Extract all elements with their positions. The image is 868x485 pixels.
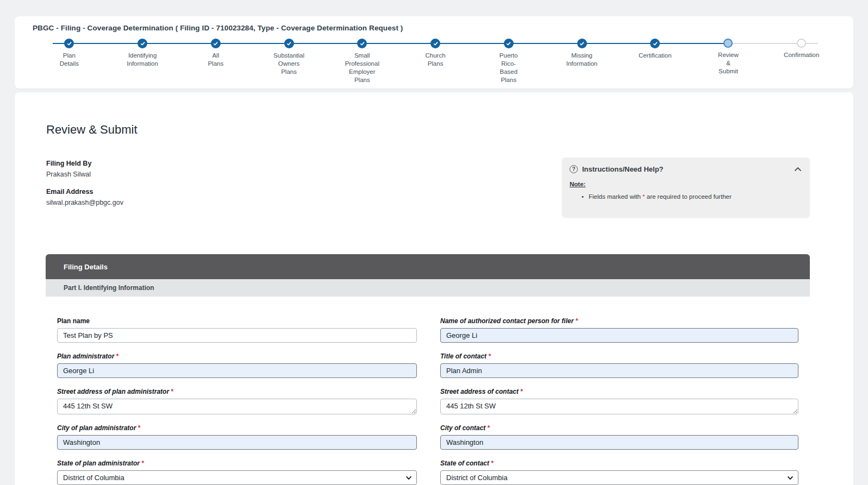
check-icon: [138, 39, 147, 48]
required-asterisk: *: [491, 459, 494, 467]
check-icon: [577, 39, 587, 48]
required-asterisk: *: [141, 459, 144, 467]
state-of-contact-field: State of contact*District of Columbia: [440, 459, 798, 485]
step-connector: [692, 43, 728, 44]
note-label: Note:: [570, 181, 810, 187]
step-connector: [472, 43, 508, 44]
step-label: Missing Information: [566, 52, 598, 84]
required-asterisk: *: [116, 352, 118, 360]
state-of-plan-administrator-select-wrap: District of Columbia: [57, 470, 417, 485]
step-label: Identifying Information: [127, 52, 158, 84]
plan-name-label: Plan name: [57, 317, 417, 325]
step-connector: [69, 43, 105, 44]
step-connector: [655, 43, 691, 44]
step-certification[interactable]: Certification: [619, 39, 692, 84]
step-label: All Plans: [208, 52, 223, 84]
plan-name-field: Plan name: [57, 317, 417, 343]
step-connector: [216, 43, 252, 44]
state-of-contact-label: State of contact*: [440, 459, 798, 467]
step-connector: [252, 43, 289, 44]
state-of-contact-select[interactable]: District of Columbia: [440, 470, 798, 485]
filing-details-title: Filing Details: [64, 263, 108, 271]
review-submit-panel: Review & Submit Filing Held By Prakash S…: [15, 92, 853, 485]
required-asterisk: *: [520, 388, 523, 395]
name-of-authorized-contact-person-for-filer-label: Name of authorized contact person for fi…: [440, 317, 798, 325]
step-label: Certification: [639, 52, 672, 84]
form-column-right: Name of authorized contact person for fi…: [440, 297, 798, 485]
stepper: Plan DetailsIdentifying InformationAll P…: [33, 39, 838, 84]
step-label: Plan Details: [60, 52, 79, 84]
street-address-of-plan-administrator-field: Street address of plan administrator*: [57, 388, 417, 414]
step-church-plans[interactable]: Church Plans: [399, 39, 472, 84]
state-of-plan-administrator-field: State of plan administrator*District of …: [57, 459, 417, 485]
filing-title: PBGC - Filing - Coverage Determination (…: [33, 24, 838, 32]
step-connector: [728, 43, 765, 44]
check-icon: [357, 39, 367, 48]
plan-administrator-label: Plan administrator*: [57, 352, 417, 360]
step-puerto-rico-based-plans[interactable]: Puerto Rico- Based Plans: [472, 39, 545, 84]
required-asterisk: *: [171, 388, 173, 395]
plan-administrator-input[interactable]: [57, 363, 417, 378]
step-connector: [765, 43, 801, 44]
title-of-contact-field: Title of contact*: [440, 352, 798, 378]
step-substantial-owners-plans[interactable]: Substantial Owners Plans: [252, 39, 326, 84]
step-label: Church Plans: [426, 52, 446, 84]
step-connector: [399, 43, 435, 44]
chevron-up-icon[interactable]: [794, 166, 802, 172]
step-connector: [509, 43, 545, 44]
check-icon: [64, 39, 74, 48]
title-of-contact-input[interactable]: [440, 363, 798, 378]
city-of-contact-input[interactable]: [440, 435, 798, 450]
filing-details-header: Filing Details: [46, 254, 810, 279]
plan-name-input[interactable]: [57, 328, 417, 343]
step-connector: [179, 43, 215, 44]
street-address-of-plan-administrator-textarea[interactable]: [57, 399, 417, 414]
step-circle-icon: [797, 39, 806, 48]
state-of-plan-administrator-label: State of plan administrator*: [57, 459, 417, 467]
step-connector: [326, 43, 362, 44]
form-column-left: Plan namePlan administrator*Street addre…: [57, 297, 417, 485]
instructions-title: Instructions/Need Help?: [582, 165, 664, 173]
step-identifying-information[interactable]: Identifying Information: [106, 39, 179, 84]
step-confirmation[interactable]: Confirmation: [765, 39, 838, 84]
name-of-authorized-contact-person-for-filer-input[interactable]: [440, 328, 798, 343]
step-all-plans[interactable]: All Plans: [179, 39, 252, 84]
check-icon: [650, 39, 660, 48]
city-of-plan-administrator-field: City of plan administrator*: [57, 424, 417, 450]
part1-title: Part I. Identifying Information: [64, 284, 154, 292]
step-connector: [619, 43, 655, 44]
note-bullet: Fields marked with * are required to pro…: [582, 193, 810, 200]
check-icon: [211, 39, 221, 48]
step-label: Review & Submit: [718, 51, 739, 84]
street-address-of-contact-label: Street address of contact*: [440, 388, 798, 395]
stepper-card: PBGC - Filing - Coverage Determination (…: [15, 16, 853, 89]
step-label: Small Professional Employer Plans: [345, 52, 379, 84]
state-of-plan-administrator-select[interactable]: District of Columbia: [57, 470, 417, 485]
check-icon: [504, 39, 514, 48]
step-connector: [362, 43, 398, 44]
step-small-professional-employer-plans[interactable]: Small Professional Employer Plans: [326, 39, 399, 84]
required-asterisk: *: [575, 317, 578, 325]
instructions-header[interactable]: ? Instructions/Need Help?: [562, 158, 810, 173]
city-of-contact-field: City of contact*: [440, 424, 798, 450]
street-address-of-plan-administrator-label: Street address of plan administrator*: [57, 388, 417, 395]
required-asterisk: *: [487, 424, 490, 432]
step-connector: [289, 43, 326, 44]
page-title: Review & Submit: [46, 123, 853, 137]
required-asterisk: *: [138, 424, 140, 432]
street-address-of-contact-field: Street address of contact*: [440, 388, 798, 414]
street-address-of-contact-textarea[interactable]: [440, 399, 798, 414]
step-connector: [142, 43, 179, 44]
step-connector: [435, 43, 472, 44]
city-of-plan-administrator-input[interactable]: [57, 435, 417, 450]
city-of-plan-administrator-label: City of plan administrator*: [57, 424, 417, 432]
instructions-panel: ? Instructions/Need Help? Note: Fields m…: [562, 158, 810, 217]
check-icon: [430, 39, 440, 48]
step-plan-details[interactable]: Plan Details: [33, 39, 106, 84]
step-connector: [106, 43, 142, 44]
step-connector: [545, 43, 582, 44]
step-review-submit[interactable]: Review & Submit: [692, 39, 765, 84]
name-of-authorized-contact-person-for-filer-field: Name of authorized contact person for fi…: [440, 317, 798, 343]
step-missing-information[interactable]: Missing Information: [545, 39, 619, 84]
city-of-contact-label: City of contact*: [440, 424, 798, 432]
